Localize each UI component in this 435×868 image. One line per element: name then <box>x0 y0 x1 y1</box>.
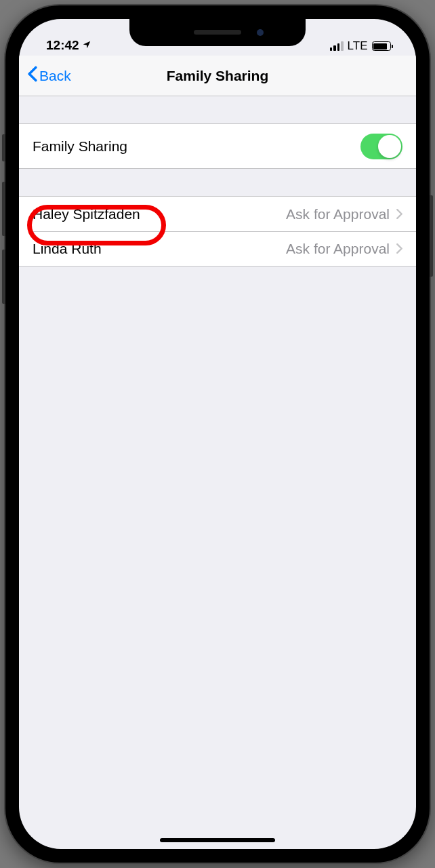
member-name: Linda Ruth <box>33 241 102 257</box>
location-icon <box>82 38 91 53</box>
chevron-right-icon <box>396 206 402 222</box>
silence-switch <box>2 134 5 161</box>
member-row[interactable]: Haley Spitzfaden Ask for Approval <box>19 197 416 231</box>
back-button[interactable]: Back <box>27 66 71 85</box>
member-right: Ask for Approval <box>286 206 402 222</box>
member-status: Ask for Approval <box>286 241 390 257</box>
volume-down-button <box>2 250 5 304</box>
status-bar-left: 12:42 <box>46 38 91 53</box>
home-indicator[interactable] <box>160 838 275 842</box>
member-right: Ask for Approval <box>286 241 402 257</box>
family-sharing-toggle[interactable] <box>360 134 402 159</box>
chevron-left-icon <box>27 66 38 85</box>
navigation-bar: Back Family Sharing <box>19 56 416 96</box>
family-sharing-toggle-row[interactable]: Family Sharing <box>19 124 416 168</box>
status-time: 12:42 <box>46 38 79 53</box>
screen: 12:42 LTE <box>19 19 416 849</box>
device-frame: 12:42 LTE <box>5 5 430 863</box>
side-buttons-left <box>2 134 5 317</box>
device-frame-inner: 12:42 LTE <box>12 12 423 856</box>
side-buttons-right <box>430 195 433 297</box>
volume-up-button <box>2 182 5 236</box>
device-notch <box>129 19 306 46</box>
page-title: Family Sharing <box>167 68 269 84</box>
cellular-signal-icon <box>330 41 344 51</box>
toggle-knob <box>378 135 401 158</box>
toggle-group: Family Sharing <box>19 123 416 169</box>
back-label: Back <box>39 68 71 84</box>
member-status: Ask for Approval <box>286 206 390 222</box>
status-bar-right: LTE <box>330 39 393 53</box>
network-label: LTE <box>348 39 368 53</box>
content-area: Family Sharing Haley Spitzfaden Ask for … <box>19 123 416 267</box>
chevron-right-icon <box>396 241 402 257</box>
members-group: Haley Spitzfaden Ask for Approval Linda … <box>19 196 416 267</box>
battery-icon <box>372 41 394 51</box>
member-row[interactable]: Linda Ruth Ask for Approval <box>19 231 416 266</box>
family-sharing-toggle-label: Family Sharing <box>33 138 127 155</box>
power-button <box>430 195 433 277</box>
member-name: Haley Spitzfaden <box>33 206 140 222</box>
